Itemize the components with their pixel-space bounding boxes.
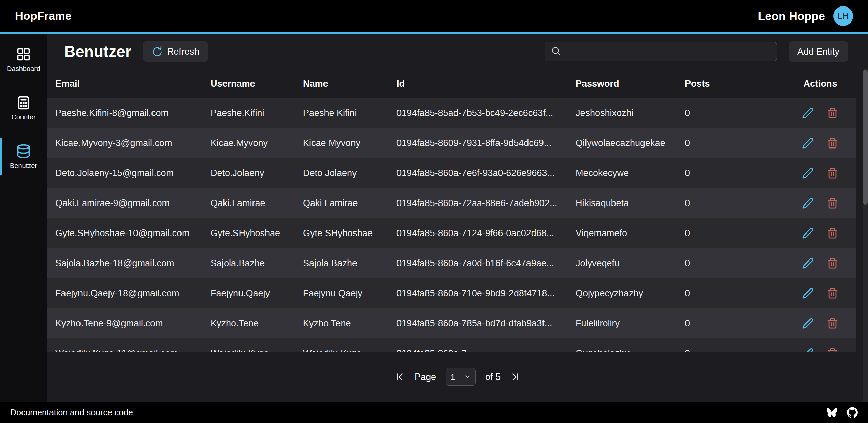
add-entity-label: Add Entity [797,46,839,57]
app-window: HopFrame Leon Hoppe LH Dashboard [0,0,868,423]
column-header-posts: Posts [685,79,785,89]
cell-id: 0194fa85-860a-72aa-88e6-7adeb902... [396,198,576,209]
cell-actions [785,137,856,150]
table-row: Faejynu.Qaejy-18@gmail.com Faejynu.Qaejy… [47,278,856,308]
cell-username: Paeshe.Kifini [211,108,303,118]
edit-button[interactable] [801,287,814,300]
cell-id: 0194fa85-860a-7e6f-93a0-626e9663... [396,168,576,179]
cell-posts: 0 [685,138,785,149]
column-header-id: Id [396,79,576,89]
edit-button[interactable] [801,347,814,352]
refresh-icon [152,45,162,58]
search-box [545,42,777,61]
cell-posts: 0 [685,258,785,269]
cell-name: Kyzho Tene [303,318,396,329]
cell-email: Paeshe.Kifini-8@gmail.com [55,108,211,118]
table-row: Gyte.SHyhoshae-10@gmail.com Gyte.SHyhosh… [47,218,856,248]
delete-button[interactable] [826,317,839,330]
github-icon[interactable] [847,407,858,418]
cell-name: Paeshe Kifini [303,108,396,118]
page-select[interactable]: 1 [446,368,476,386]
cell-id: 0194fa85-860a-7a0d-b16f-6c47a9ae... [396,258,576,269]
cell-id: 0194fa85-8609-7931-8ffa-9d54dc69... [396,138,576,149]
cell-name: Wajedilu Kyqo [303,348,396,352]
table-row: Qaki.Lamirae-9@gmail.com Qaki.Lamirae Qa… [47,188,856,218]
edit-button[interactable] [801,137,814,150]
cell-id: 0194fa85-860a-785a-bd7d-dfab9a3f... [396,318,576,329]
search-input[interactable] [565,46,770,57]
table-row: Wajedilu.Kyqo-11@gmail.com Wajedilu.Kyqo… [47,338,856,352]
cell-name: Sajola Bazhe [303,258,396,269]
cell-username: Wajedilu.Kyqo [211,348,303,352]
last-page-button[interactable] [510,372,520,382]
footer: Documentation and source code [0,402,868,423]
grid-icon [16,47,31,62]
scrollbar-thumb[interactable] [863,70,868,205]
avatar[interactable]: LH [833,6,853,26]
edit-button[interactable] [801,257,814,270]
edit-button[interactable] [801,197,814,210]
refresh-button[interactable]: Refresh [143,41,208,62]
column-header-password: Password [576,79,685,89]
cell-name: Faejynu Qaejy [303,288,396,299]
cell-password: Qilywolaecazhugekae [576,138,685,149]
top-bar: HopFrame Leon Hoppe LH [0,0,868,32]
cell-password: Gyqeholazhy [576,348,685,352]
cell-name: Gyte SHyhoshae [303,228,396,239]
cell-email: Kyzho.Tene-9@gmail.com [55,318,211,329]
delete-button[interactable] [826,347,839,352]
footer-icons [826,407,858,418]
toolbar: Benutzer Refresh [47,34,868,69]
add-entity-button[interactable]: Add Entity [789,41,848,62]
cell-actions [785,107,856,119]
cell-posts: 0 [685,348,785,352]
scrollbar[interactable] [863,69,868,402]
bluesky-icon[interactable] [826,407,837,418]
edit-button[interactable] [801,107,814,119]
page-title: Benutzer [64,42,131,61]
cell-actions [785,347,856,352]
entity-table: Email Username Name Id Password Posts Ac… [47,69,856,352]
cell-username: Kyzho.Tene [211,318,303,329]
cell-id: 0194fa85-85ad-7b53-bc49-2ec6c63f... [396,108,576,118]
column-header-actions: Actions [785,79,856,89]
cell-id: 0194fa85-860a-7124-9f66-0ac02d68... [396,228,576,239]
table-row: Kyzho.Tene-9@gmail.com Kyzho.Tene Kyzho … [47,308,856,338]
delete-button[interactable] [826,137,839,150]
cell-actions [785,257,856,270]
delete-button[interactable] [826,197,839,210]
cell-posts: 0 [685,108,785,118]
cell-password: Mecokecywe [576,168,685,179]
edit-button[interactable] [801,317,814,330]
sidebar-item-label: Counter [11,113,35,121]
brand-logo[interactable]: HopFrame [15,10,72,23]
delete-button[interactable] [826,287,839,300]
cell-name: Deto Jolaeny [303,168,396,179]
delete-button[interactable] [826,167,839,180]
edit-button[interactable] [801,167,814,180]
sidebar-item-dashboard[interactable]: Dashboard [0,41,45,78]
user-area: Leon Hoppe LH [758,6,853,26]
table-row: Sajola.Bazhe-18@gmail.com Sajola.Bazhe S… [47,248,856,278]
sidebar-item-counter[interactable]: Counter [0,90,45,127]
cell-email: Gyte.SHyhoshae-10@gmail.com [55,228,211,239]
cell-email: Wajedilu.Kyqo-11@gmail.com [55,348,211,352]
cell-username: Qaki.Lamirae [211,198,303,209]
sidebar-item-benutzer[interactable]: Benutzer [0,138,45,175]
footer-text: Documentation and source code [10,408,133,418]
cell-password: Fulelilroliry [576,318,685,329]
edit-button[interactable] [801,227,814,240]
delete-button[interactable] [826,107,839,119]
cell-posts: 0 [685,198,785,209]
delete-button[interactable] [826,257,839,270]
cell-email: Kicae.Myvony-3@gmail.com [55,138,211,149]
first-page-button[interactable] [395,372,405,382]
cell-posts: 0 [685,288,785,299]
cell-id: 0194fa85-860a-7 [396,348,576,352]
cell-password: Qojypecyzhazhy [576,288,685,299]
table-row: Kicae.Myvony-3@gmail.com Kicae.Myvony Ki… [47,128,856,158]
cell-password: Hikisaqubeta [576,198,685,209]
delete-button[interactable] [826,227,839,240]
page-select-value: 1 [450,372,455,382]
sidebar: Dashboard Counter [0,34,47,402]
